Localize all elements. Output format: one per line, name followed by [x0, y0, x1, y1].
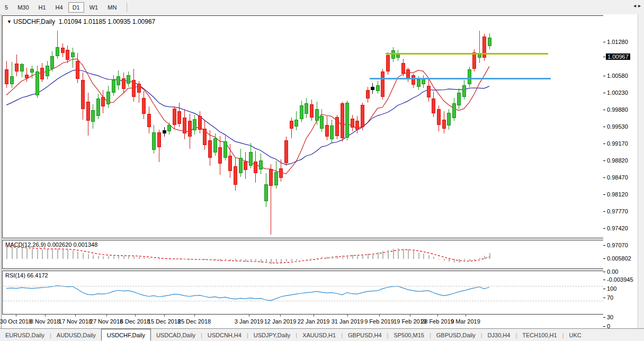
macd-histogram-bar: [37, 249, 38, 259]
candle: [20, 64, 24, 71]
candle: [432, 98, 435, 113]
macd-histogram-bar: [174, 259, 175, 259]
tab-dj30-h4[interactable]: DJ30,H4: [482, 330, 516, 340]
candle: [386, 55, 390, 71]
macd-histogram-bar: [194, 259, 195, 259]
date-axis[interactable]: 30 Oct 20188 Nov 201817 Nov 201827 Nov 2…: [2, 315, 639, 328]
date-axis-tick: [16, 315, 16, 317]
macd-histogram-bar: [418, 253, 419, 259]
price-axis-label: 0.97420: [607, 225, 628, 231]
macd-axis-tick: [603, 280, 605, 280]
tab-ukc[interactable]: UKC: [564, 330, 587, 340]
macd-histogram-bar: [144, 257, 145, 259]
price-axis-tick: [603, 177, 605, 178]
candle: [66, 50, 69, 60]
tab-tech100-h1[interactable]: TECH100,H1: [517, 330, 562, 340]
current-price-tag: 1.00967: [606, 53, 630, 60]
support-ray[interactable]: [370, 78, 551, 79]
tab-eurusd-daily[interactable]: EURUSD,Daily: [0, 330, 50, 340]
timeframe-button-h4[interactable]: H4: [51, 2, 67, 13]
price-chart-panel[interactable]: ▼ USDCHF,Daily 1.01094 1.01185 1.00935 1…: [2, 15, 604, 238]
macd-histogram-bar: [342, 255, 343, 259]
macd-histogram-bar: [225, 259, 226, 261]
macd-histogram-bar: [255, 259, 256, 262]
macd-histogram-bar: [67, 249, 68, 259]
macd-histogram-bar: [118, 256, 119, 259]
timeframe-button-h1[interactable]: H1: [34, 2, 50, 13]
macd-histogram-bar: [382, 251, 383, 259]
tab-sp500-m15[interactable]: SP500,M15: [388, 330, 429, 340]
price-axis-tick: [603, 110, 605, 110]
macd-histogram-bar: [291, 259, 292, 261]
candle: [279, 168, 283, 178]
candle: [472, 52, 476, 68]
date-axis-label: 9 Mar 2019: [451, 318, 480, 325]
candle: [56, 47, 59, 56]
macd-histogram-bar: [266, 259, 267, 263]
tab-scroll-right-icon[interactable]: ▸: [638, 3, 643, 8]
macd-histogram-bar: [159, 259, 160, 259]
candle: [244, 161, 247, 170]
candle: [106, 92, 110, 104]
candle: [132, 80, 136, 96]
date-axis-label: 28 Feb 2019: [421, 318, 454, 325]
rsi-axis-tick: [603, 289, 605, 289]
candle: [46, 66, 49, 76]
tab-usdcnh-h4[interactable]: USDCNH,H4: [202, 330, 247, 340]
candle: [269, 169, 273, 186]
price-axis-label: 0.97070: [607, 242, 628, 248]
candle: [10, 76, 14, 84]
timeframe-button-mn[interactable]: MN: [103, 2, 121, 13]
candle: [30, 69, 34, 72]
rsi-panel[interactable]: RSI(14) 66.4172: [2, 271, 604, 315]
macd-histogram-bar: [164, 259, 165, 259]
resistance-ray[interactable]: [386, 53, 548, 55]
candle: [101, 97, 105, 106]
tab-gbpusd-h4[interactable]: GBPUSD,H4: [343, 330, 387, 340]
macd-histogram-bar: [423, 254, 424, 259]
tab-usdchf-daily[interactable]: USDCHF,Daily: [101, 329, 151, 341]
candle: [310, 104, 314, 118]
price-axis-tick: [603, 160, 605, 161]
price-axis-label: 0.98470: [607, 174, 628, 181]
date-axis-tick: [347, 315, 348, 317]
price-axis-tick: [603, 76, 605, 76]
date-axis-tick: [437, 315, 438, 317]
candle: [183, 118, 186, 133]
macd-histogram-bar: [123, 256, 124, 259]
tab-gbpusd-daily[interactable]: GBPUSD,Daily: [431, 330, 481, 340]
rsi-line: [3, 271, 603, 314]
macd-histogram-bar: [98, 256, 99, 259]
candle: [320, 116, 324, 129]
tab-usdcad-daily[interactable]: USDCAD,Daily: [151, 330, 201, 340]
macd-histogram-bar: [271, 259, 272, 264]
tab-xauusd-h1[interactable]: XAUUSD,H1: [297, 330, 341, 340]
price-axis-tick: [603, 42, 605, 42]
date-axis-label: 30 Oct 2018: [0, 318, 32, 325]
candle: [249, 152, 253, 166]
candle: [412, 75, 415, 84]
tab-usdjpy-daily[interactable]: USDJPY,Daily: [248, 330, 296, 340]
timeframe-button-m30[interactable]: M30: [13, 2, 33, 13]
candle: [401, 63, 405, 74]
macd-histogram-bar: [113, 256, 114, 259]
tab-scroll-left-icon[interactable]: ◂: [633, 3, 638, 8]
candle: [218, 147, 222, 164]
date-axis-label: 6 Dec 2018: [120, 318, 150, 325]
candle: [71, 52, 75, 57]
timeframe-button-w1[interactable]: W1: [85, 2, 103, 13]
macd-panel[interactable]: MACD(12,26,9) 0.002620 0.001348: [2, 240, 604, 269]
macd-histogram-bar: [357, 255, 358, 259]
price-axis[interactable]: 1.012801.009671.005801.002300.998800.995…: [603, 14, 638, 315]
candle: [254, 161, 257, 173]
timeframe-button-d1[interactable]: D1: [68, 2, 84, 13]
price-axis-label: 1.00230: [607, 89, 628, 96]
date-axis-tick: [466, 315, 466, 317]
macd-histogram-bar: [368, 254, 369, 259]
candle: [427, 86, 431, 97]
macd-histogram-bar: [184, 259, 185, 259]
timeframe-button-5[interactable]: 5: [1, 2, 12, 13]
window-right-gutter: [638, 14, 644, 328]
tab-audusd-daily[interactable]: AUDUSD,Daily: [51, 330, 101, 340]
candle: [341, 103, 344, 138]
